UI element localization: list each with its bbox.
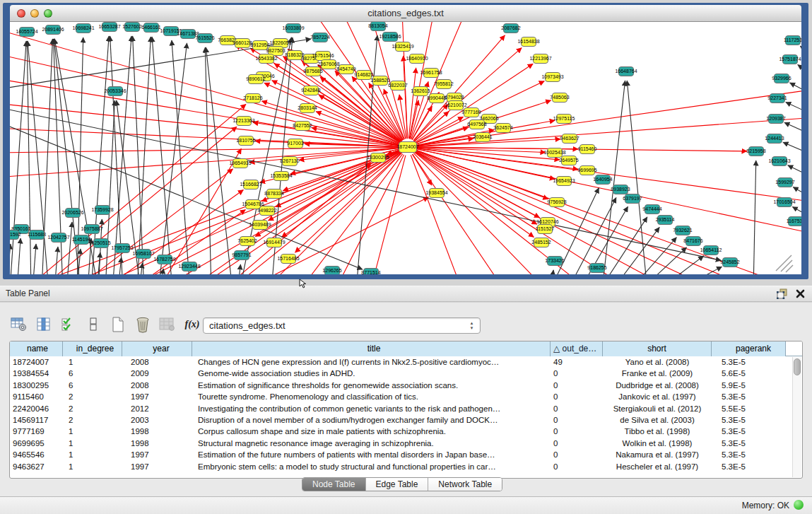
graph-node-selected[interactable]: 2036441 [473, 133, 492, 142]
graph-node-selected[interactable]: 16154838 [517, 37, 539, 47]
graph-edge[interactable] [784, 122, 801, 136]
graph-node-selected[interactable]: 19384554 [425, 189, 447, 198]
graph-node[interactable]: 16782759 [153, 255, 175, 264]
table-cell[interactable]: de Silva et al. (2003) [603, 414, 712, 426]
table-cell[interactable]: 1 [63, 356, 122, 368]
table-cell[interactable]: 0 [551, 368, 603, 379]
graph-edge[interactable] [205, 47, 211, 274]
table-cell[interactable]: 2008 [122, 380, 192, 391]
graph-node[interactable]: 1244413 [765, 134, 784, 144]
table-row[interactable]: 946362711997Embryonic stem cells: a mode… [10, 461, 792, 472]
table-panel-header[interactable]: Table Panel [0, 286, 812, 302]
graph-node-selected[interactable]: 9660128 [233, 39, 252, 48]
graph-node-selected[interactable]: 10973493 [541, 73, 563, 82]
table-cell[interactable]: Corpus callosum shape and size in male p… [192, 426, 551, 437]
graph-edge-selected[interactable] [10, 29, 399, 145]
float-window-icon[interactable] [777, 288, 788, 299]
graph-node-selected[interactable]: 1362615 [411, 87, 430, 96]
table-cell[interactable]: 1997 [122, 449, 192, 460]
graph-node-selected[interactable]: 19654923 [553, 177, 575, 186]
graph-node[interactable]: 16033809 [282, 24, 304, 33]
tab-node-table[interactable]: Node Table [302, 478, 365, 491]
table-cell[interactable]: 1 [63, 461, 122, 472]
table-row[interactable]: 1456911722003Disruption of a novel membe… [10, 414, 792, 426]
column-selection-icon[interactable] [35, 315, 53, 334]
graph-node[interactable]: 9245852 [720, 258, 739, 267]
table-cell[interactable]: 1998 [122, 438, 192, 449]
table-row[interactable]: 2242004622012Investigating the contribut… [10, 403, 792, 414]
table-cell[interactable]: Wolkin et al. (1998) [603, 438, 712, 449]
tab-edge-table[interactable]: Edge Table [365, 478, 428, 491]
graph-node-selected[interactable]: 917003 [287, 139, 303, 148]
graph-node[interactable]: 8391592 [10, 230, 21, 240]
table-cell[interactable]: Franke et al. (2009) [603, 368, 712, 379]
graph-node-selected[interactable]: 3624574 [493, 124, 512, 133]
graph-node-selected[interactable]: 6822037 [388, 81, 407, 90]
minimize-window-icon[interactable] [30, 9, 39, 18]
table-cell[interactable]: 0 [551, 414, 603, 426]
graph-node[interactable]: 16210643 [768, 157, 790, 166]
column-header-in-degree[interactable]: in_degree [63, 341, 122, 356]
graph-node[interactable]: 8471676 [683, 237, 702, 246]
graph-node-selected[interactable]: 9498222 [257, 206, 276, 216]
table-row[interactable]: 969969511998Structural magnetic resonanc… [10, 438, 792, 449]
table-cell[interactable]: 9465546 [10, 449, 63, 460]
graph-edge-selected[interactable] [274, 64, 401, 143]
graph-edge[interactable] [788, 165, 801, 179]
table-cell[interactable]: 49 [551, 356, 603, 368]
table-cell[interactable]: 5.5E-5 [712, 403, 786, 414]
graph-node-selected[interactable]: 8267130 [280, 157, 299, 166]
table-settings-icon[interactable] [10, 315, 28, 334]
table-cell[interactable]: Hescheler et al. (1997) [603, 461, 712, 472]
graph-node-selected[interactable]: 2649575 [559, 156, 578, 165]
table-cell[interactable]: 5.3E-5 [712, 391, 786, 402]
graph-node[interactable]: 12042757 [47, 233, 69, 243]
graph-edge-selected[interactable] [300, 154, 403, 274]
graph-node-selected[interactable]: 9890612 [246, 75, 265, 84]
table-cell[interactable]: 22420046 [10, 403, 63, 414]
graph-edge[interactable] [54, 247, 58, 274]
row-selection-icon[interactable] [59, 315, 78, 334]
table-cell[interactable]: 2009 [122, 368, 192, 379]
graph-node-selected[interactable]: 18325419 [392, 42, 413, 52]
graph-node-selected[interactable]: 1588520 [370, 76, 389, 86]
graph-edge[interactable] [10, 244, 11, 274]
network-canvas[interactable]: 1405572420891406106982411065328715276026… [10, 22, 801, 274]
graph-node[interactable]: 1167533 [787, 217, 801, 226]
graph-node-selected[interactable]: 8454749 [336, 65, 355, 74]
graph-node[interactable]: 2935114 [656, 216, 675, 225]
graph-node[interactable]: 9474444 [642, 205, 661, 214]
table-cell[interactable]: 1998 [122, 426, 192, 437]
graph-edge-selected[interactable] [402, 22, 408, 139]
graph-node[interactable]: 10698241 [72, 24, 94, 33]
resize-grip[interactable] [776, 255, 793, 272]
graph-node[interactable]: 7857224 [310, 33, 329, 42]
table-cell[interactable]: 5.6E-5 [712, 368, 786, 379]
graph-node-selected[interactable]: 9756928 [547, 198, 566, 207]
table-cell[interactable]: Estimation of the future numbers of pati… [192, 449, 551, 460]
table-cell[interactable]: 0 [551, 380, 603, 391]
graph-node[interactable]: 8215958 [746, 147, 765, 156]
graph-node[interactable]: 19218586 [379, 33, 401, 42]
graph-node[interactable]: 1599297 [775, 178, 794, 187]
graph-node[interactable]: 8938923 [611, 185, 630, 194]
zoom-window-icon[interactable] [44, 9, 52, 18]
graph-node[interactable]: 10653287 [98, 23, 120, 32]
table-cell[interactable]: 2 [63, 391, 122, 402]
graph-node-selected[interactable]: 9699695 [577, 166, 596, 175]
table-cell[interactable]: 9777169 [10, 426, 63, 437]
table-cell[interactable]: 5.3E-5 [712, 449, 786, 460]
graph-node-selected[interactable]: 7625402 [237, 237, 257, 246]
table-cell[interactable]: 18724007 [10, 356, 63, 368]
table-cell[interactable]: 1 [63, 449, 122, 460]
table-cell[interactable]: 5.3E-5 [712, 461, 786, 472]
graph-node[interactable]: 9227341 [767, 94, 787, 103]
column-header-year[interactable]: year [122, 341, 192, 356]
graph-node-selected[interactable]: 7955812 [434, 80, 453, 89]
graph-node-selected[interactable]: 16914479 [263, 238, 285, 247]
graph-node-selected[interactable]: 1810755 [236, 136, 255, 146]
graph-node-selected[interactable]: 12213967 [529, 54, 551, 64]
graph-node[interactable]: 8771514 [361, 269, 380, 275]
graph-edge-selected[interactable] [10, 103, 399, 146]
table-cell[interactable]: 1 [63, 438, 122, 449]
